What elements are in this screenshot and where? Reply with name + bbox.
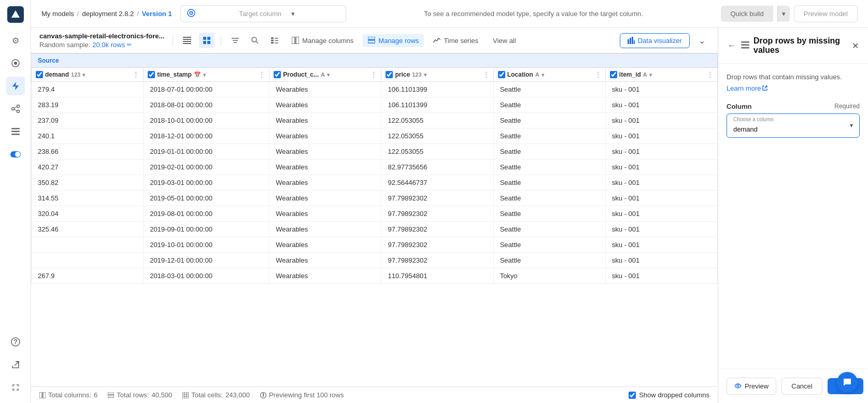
table-row: 325.46 2019-09-01 00:00:00 Wearables 97.… xyxy=(32,222,718,237)
search-button[interactable] xyxy=(247,33,263,48)
table-row: 283.19 2018-08-01 00:00:00 Wearables 106… xyxy=(32,97,718,113)
cell-price: 110.7954801 xyxy=(381,268,493,284)
table-row: 350.82 2019-03-01 00:00:00 Wearables 92.… xyxy=(32,175,718,191)
svg-point-4 xyxy=(17,105,19,108)
cell-product: Wearables xyxy=(269,191,381,206)
col-menu-price[interactable]: ⋮ xyxy=(483,71,489,78)
operations-button[interactable] xyxy=(267,33,282,48)
svg-point-3 xyxy=(11,108,14,110)
show-dropped-columns[interactable]: Show dropped columns xyxy=(629,391,709,399)
table-row: 238.66 2019-01-01 00:00:00 Wearables 122… xyxy=(32,144,718,160)
column-select[interactable]: Choose a column demand ▾ xyxy=(727,113,860,138)
view-all-button[interactable]: View all xyxy=(488,34,521,47)
svg-rect-40 xyxy=(368,37,375,39)
panel-cancel-button[interactable]: Cancel xyxy=(781,378,822,395)
table-row: 420.27 2019-02-01 00:00:00 Wearables 82.… xyxy=(32,160,718,175)
sidebar-icon-export[interactable] xyxy=(6,355,25,374)
col-sort-price[interactable]: ▾ xyxy=(424,72,426,78)
total-rows-item: Total rows: 40,500 xyxy=(108,391,172,399)
col-menu-location[interactable]: ⋮ xyxy=(595,71,601,78)
breadcrumb-part2[interactable]: deployment 2.8.2 xyxy=(82,10,134,18)
panel-learn-more-link[interactable]: Learn more xyxy=(727,84,767,92)
sidebar-icon-nodes[interactable] xyxy=(6,99,25,118)
panel-preview-label: Preview xyxy=(745,382,769,390)
target-column-select[interactable]: Target column ▾ xyxy=(180,5,346,22)
preview-model-button[interactable]: Preview model xyxy=(794,5,858,22)
quick-build-button[interactable]: Quick build xyxy=(721,6,773,22)
panel-header: ← Drop rows by missing values ✕ xyxy=(718,28,868,64)
quick-build-dropdown-button[interactable]: ▾ xyxy=(777,6,790,22)
filter-button[interactable] xyxy=(227,33,243,48)
svg-rect-45 xyxy=(634,40,635,44)
cell-product: Wearables xyxy=(269,175,381,191)
col-checkbox-demand[interactable] xyxy=(36,71,43,78)
panel-back-button[interactable]: ← xyxy=(727,40,737,51)
target-chevron-icon: ▾ xyxy=(291,10,339,18)
cell-item-id: sku - 001 xyxy=(605,97,717,113)
dataset-main: canvas-sample-retail-electronics-fore...… xyxy=(31,28,718,403)
sidebar-icon-ml[interactable] xyxy=(6,54,25,73)
breadcrumb-sep2: / xyxy=(137,10,139,18)
col-checkbox-timestamp[interactable] xyxy=(148,71,155,78)
cell-timestamp: 2019-02-01 00:00:00 xyxy=(144,160,269,175)
manage-rows-button[interactable]: Manage rows xyxy=(363,34,424,47)
col-type-location: A xyxy=(535,71,539,78)
sidebar-icon-help[interactable]: ? xyxy=(6,333,25,351)
edit-icon[interactable]: ✏ xyxy=(127,41,132,48)
chat-bubble[interactable] xyxy=(837,372,858,393)
sidebar-icon-lightning[interactable] xyxy=(6,77,25,95)
panel-learn-more-text: Learn more xyxy=(727,84,761,92)
col-sort-product[interactable]: ▾ xyxy=(327,72,330,78)
manage-rows-label: Manage rows xyxy=(378,37,419,45)
grid-view-button[interactable] xyxy=(199,33,215,48)
col-sort-demand[interactable]: ▾ xyxy=(82,72,85,78)
breadcrumb-part1[interactable]: My models xyxy=(41,10,74,18)
cell-item-id: sku - 001 xyxy=(605,222,717,237)
time-series-label: Time series xyxy=(444,37,478,45)
cells-icon xyxy=(182,392,189,398)
col-sort-location[interactable]: ▾ xyxy=(542,72,544,78)
col-menu-product[interactable]: ⋮ xyxy=(371,71,377,78)
col-type-price: 123 xyxy=(412,71,421,78)
info-icon: i xyxy=(260,392,266,398)
col-checkbox-product[interactable] xyxy=(274,71,281,78)
col-checkbox-item-id[interactable] xyxy=(610,71,617,78)
cell-demand: 279.4 xyxy=(32,82,144,97)
svg-rect-22 xyxy=(183,43,191,44)
col-checkbox-price[interactable] xyxy=(386,71,393,78)
col-menu-demand[interactable]: ⋮ xyxy=(133,71,139,78)
svg-text:i: i xyxy=(262,392,264,398)
cell-location: Seattle xyxy=(493,222,605,237)
more-options-button[interactable]: ⌄ xyxy=(694,33,709,48)
sidebar-icon-toggle[interactable] xyxy=(6,145,25,164)
svg-rect-44 xyxy=(632,37,633,44)
cell-product: Wearables xyxy=(269,128,381,144)
time-series-button[interactable]: Time series xyxy=(428,34,483,47)
cell-product: Wearables xyxy=(269,253,381,268)
panel-close-button[interactable]: ✕ xyxy=(851,40,860,52)
col-sort-item-id[interactable]: ▾ xyxy=(649,72,652,78)
col-checkbox-location[interactable] xyxy=(498,71,505,78)
cell-demand: 314.55 xyxy=(32,191,144,206)
cell-location: Seattle xyxy=(493,82,605,97)
app-logo[interactable] xyxy=(7,6,24,23)
data-visualizer-button[interactable]: Data visualizer xyxy=(620,33,690,48)
col-menu-item-id[interactable]: ⋮ xyxy=(707,71,713,78)
dataset-toolbar: canvas-sample-retail-electronics-fore...… xyxy=(31,28,718,53)
col-sort-timestamp[interactable]: ▾ xyxy=(203,72,206,78)
manage-columns-button[interactable]: Manage columns xyxy=(287,34,359,47)
list-view-button[interactable] xyxy=(179,33,195,48)
data-visualizer-label: Data visualizer xyxy=(638,37,682,45)
svg-rect-36 xyxy=(275,40,278,41)
table-row: 314.55 2019-05-01 00:00:00 Wearables 97.… xyxy=(32,191,718,206)
svg-rect-58 xyxy=(741,44,749,46)
cell-demand: 238.66 xyxy=(32,144,144,160)
sidebar-icon-expand[interactable] xyxy=(6,378,25,397)
sidebar-icon-settings[interactable]: ⚙ xyxy=(6,31,25,50)
svg-rect-47 xyxy=(43,392,46,398)
show-dropped-checkbox[interactable] xyxy=(629,392,636,399)
col-menu-timestamp[interactable]: ⋮ xyxy=(259,71,265,78)
cell-demand: 420.27 xyxy=(32,160,144,175)
panel-preview-button[interactable]: Preview xyxy=(727,378,776,395)
sidebar-icon-list[interactable] xyxy=(6,122,25,141)
